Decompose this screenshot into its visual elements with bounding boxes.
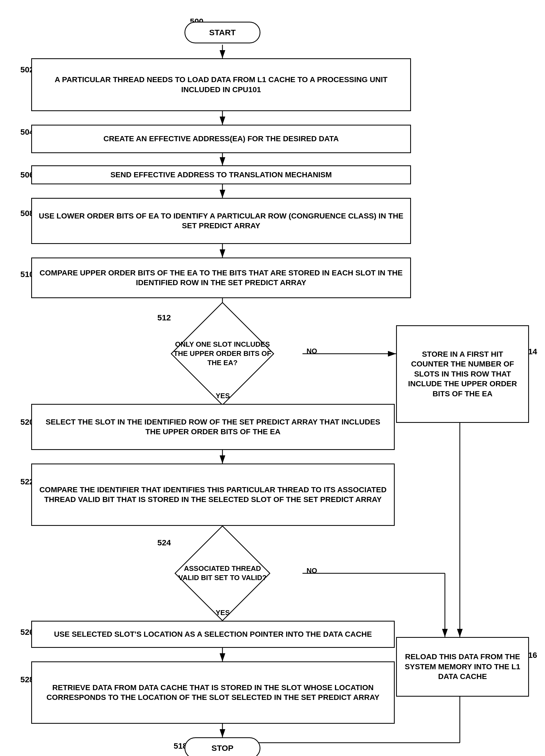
node-528: RETRIEVE DATA FROM DATA CACHE THAT IS ST…	[31, 661, 395, 724]
node-524: ASSOCIATED THREAD VALID BIT SET TO VALID…	[117, 539, 328, 607]
no-label-524: NO	[307, 567, 317, 575]
node-526: USE SELECTED SLOT'S LOCATION AS A SELECT…	[31, 621, 395, 648]
yes-label-524: YES	[216, 609, 230, 617]
yes-label-512: YES	[216, 392, 230, 400]
node-514: STORE IN A FIRST HIT COUNTER THE NUMBER …	[396, 325, 529, 423]
node-508: USE LOWER ORDER BITS OF EA TO IDENTIFY A…	[31, 198, 411, 244]
node-522: COMPARE THE IDENTIFIER THAT IDENTIFIES T…	[31, 464, 395, 526]
start-node: START	[184, 22, 260, 43]
node-520: SELECT THE SLOT IN THE IDENTIFIED ROW OF…	[31, 404, 395, 450]
node-512: ONLY ONE SLOT INCLUDES THE UPPER ORDER B…	[117, 317, 328, 390]
node-504: CREATE AN EFFECTIVE ADDRESS(EA) FOR THE …	[31, 125, 411, 153]
no-label-512: NO	[307, 347, 317, 355]
node-516: RELOAD THIS DATA FROM THE SYSTEM MEMORY …	[396, 637, 529, 697]
node-510: COMPARE UPPER ORDER BITS OF THE EA TO TH…	[31, 258, 411, 298]
node-506: SEND EFFECTIVE ADDRESS TO TRANSLATION ME…	[31, 165, 411, 184]
diagram-container: 500 START 502 A PARTICULAR THREAD NEEDS …	[0, 0, 545, 756]
node-502: A PARTICULAR THREAD NEEDS TO LOAD DATA F…	[31, 58, 411, 111]
stop-node: STOP	[184, 737, 260, 756]
